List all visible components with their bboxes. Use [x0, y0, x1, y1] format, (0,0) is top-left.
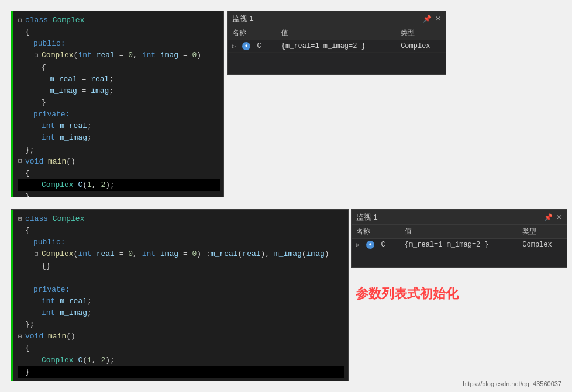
bottom-panel: ⊟ class Complex { public: ⊟ Complex(int … — [11, 209, 572, 381]
code-line — [18, 272, 344, 284]
code-text: class Complex — [25, 213, 84, 225]
code-line: Complex C(1, 2); — [18, 355, 344, 366]
fold-icon[interactable]: ⊟ — [18, 332, 24, 342]
code-text: int m_real; — [42, 120, 92, 132]
code-line: { — [18, 26, 220, 38]
code-line: int m_real; — [18, 296, 344, 307]
watch-controls: 📌 ✕ — [423, 15, 441, 23]
watch-row-bottom: ▷ ● C {m_real=1 m_imag=2 } Complex — [352, 239, 567, 251]
code-line: public: — [18, 237, 344, 248]
watch-header: 监视 1 📌 ✕ — [228, 11, 446, 26]
watch-close-button[interactable]: ✕ — [435, 15, 441, 23]
expand-arrow-icon-bottom[interactable]: ▷ — [356, 242, 360, 248]
code-line: private: — [18, 284, 344, 296]
code-line: int m_imag; — [18, 307, 344, 319]
code-text: Complex(int real = 0, int imag = 0) — [42, 50, 201, 61]
watch-close-button-bottom[interactable]: ✕ — [556, 213, 562, 221]
code-text: { — [25, 225, 30, 237]
watch-pin-button[interactable]: 📌 — [423, 15, 432, 23]
code-text: Complex C(1, 2); — [42, 179, 115, 191]
code-text: Complex(int real = 0, int imag = 0) :m_r… — [42, 248, 329, 260]
expand-arrow-icon[interactable]: ▷ — [232, 43, 236, 50]
code-text: { — [25, 168, 30, 179]
fold-icon[interactable]: ⊟ — [18, 214, 24, 224]
watch-title: 监视 1 — [232, 13, 254, 24]
col-type: 类型 — [396, 26, 446, 40]
code-text: { — [25, 26, 30, 38]
code-text: { — [25, 342, 30, 354]
code-text: } — [25, 191, 30, 197]
watch-name-cell: ▷ ● C — [228, 40, 277, 53]
col-value: 值 — [277, 26, 396, 40]
fold-icon[interactable]: ⊟ — [35, 249, 40, 259]
watch-row: ▷ ● C {m_real=1 m_imag=2 } Complex — [228, 40, 446, 53]
watch-name-cell-bottom: ▷ ● C — [352, 239, 400, 251]
code-line: {} — [18, 261, 344, 272]
code-line: int m_imag; — [18, 132, 220, 144]
top-code-editor: ⊟ class Complex { public: ⊟ Complex(int … — [11, 11, 224, 197]
code-line: private: — [18, 109, 220, 120]
code-line: ⊟ void main() — [18, 156, 220, 168]
object-icon: ● — [242, 42, 250, 50]
code-text: m_imag = imag; — [50, 85, 113, 97]
code-line: }; — [18, 144, 220, 156]
code-text: {} — [42, 261, 51, 272]
code-line-highlighted: } — [18, 366, 344, 378]
code-line: ⊟ class Complex — [18, 213, 344, 225]
watch-table-bottom: 名称 值 类型 ▷ ● C {m_real=1 m_imag=2 } Compl… — [352, 225, 567, 251]
watch-value-cell: {m_real=1 m_imag=2 } — [277, 40, 396, 53]
code-text: class Complex — [25, 15, 84, 26]
code-text: private: — [33, 284, 70, 296]
watch-controls-bottom: 📌 ✕ — [544, 213, 562, 221]
code-text: void main() — [25, 331, 75, 342]
code-line: { — [18, 168, 220, 179]
col-name-bottom: 名称 — [352, 225, 400, 239]
code-line: ⊟ class Complex — [18, 15, 220, 26]
code-line: } — [18, 97, 220, 109]
code-text: Complex C(1, 2); — [42, 355, 115, 366]
code-text: { — [42, 62, 46, 74]
fold-icon[interactable]: ⊟ — [18, 157, 24, 166]
top-code-content: ⊟ class Complex { public: ⊟ Complex(int … — [11, 11, 223, 197]
fold-icon[interactable]: ⊟ — [35, 51, 40, 61]
code-line: m_imag = imag; — [18, 85, 220, 97]
code-text: public: — [33, 237, 66, 248]
top-panel: ⊟ class Complex { public: ⊟ Complex(int … — [11, 11, 449, 197]
watch-pin-button-bottom[interactable]: 📌 — [544, 213, 553, 221]
watch-var-name: C — [257, 42, 261, 50]
code-text: int m_real; — [42, 296, 92, 307]
code-line: { — [18, 342, 344, 354]
code-line: ⊟ Complex(int real = 0, int imag = 0) :m… — [18, 248, 344, 260]
watch-type-cell-bottom: Complex — [518, 239, 567, 251]
watch-table: 名称 值 类型 ▷ ● C {m_real=1 m_imag=2 } Compl… — [228, 26, 446, 53]
code-text: }; — [25, 144, 35, 156]
code-text: private: — [33, 109, 70, 120]
watch-value-cell-bottom: {m_real=1 m_imag=2 } — [400, 239, 518, 251]
code-text: } — [25, 366, 30, 378]
code-line: int m_real; — [18, 120, 220, 132]
code-text: int m_imag; — [42, 307, 92, 319]
bottom-code-editor: ⊟ class Complex { public: ⊟ Complex(int … — [11, 209, 349, 381]
bottom-code-content: ⊟ class Complex { public: ⊟ Complex(int … — [11, 210, 348, 381]
code-text: public: — [33, 38, 66, 50]
code-line: public: — [18, 38, 220, 50]
col-type-bottom: 类型 — [518, 225, 567, 239]
code-line: ⊟ Complex(int real = 0, int imag = 0) — [18, 50, 220, 61]
code-text: m_real = real; — [50, 74, 113, 85]
col-name: 名称 — [228, 26, 277, 40]
top-watch-panel: 监视 1 📌 ✕ 名称 值 类型 ▷ ● C — [227, 11, 446, 75]
code-line: m_real = real; — [18, 74, 220, 85]
code-line: { — [18, 225, 344, 237]
watch-var-name-bottom: C — [381, 241, 385, 249]
code-text: } — [42, 97, 46, 109]
url-bar: https://blog.csdn.net/qq_43560037 — [463, 380, 561, 387]
code-line: ⊟ void main() — [18, 331, 344, 342]
code-text: void main() — [25, 156, 75, 168]
code-line-highlighted: Complex C(1, 2); — [18, 179, 220, 191]
watch-title-bottom: 监视 1 — [356, 212, 378, 223]
bottom-watch-panel: 监视 1 📌 ✕ 名称 值 类型 ▷ ● C — [351, 209, 567, 268]
col-value-bottom: 值 — [400, 225, 518, 239]
fold-icon[interactable]: ⊟ — [18, 16, 24, 26]
code-text: int m_imag; — [42, 132, 92, 144]
annotation-text: 参数列表式初始化 — [356, 285, 459, 303]
